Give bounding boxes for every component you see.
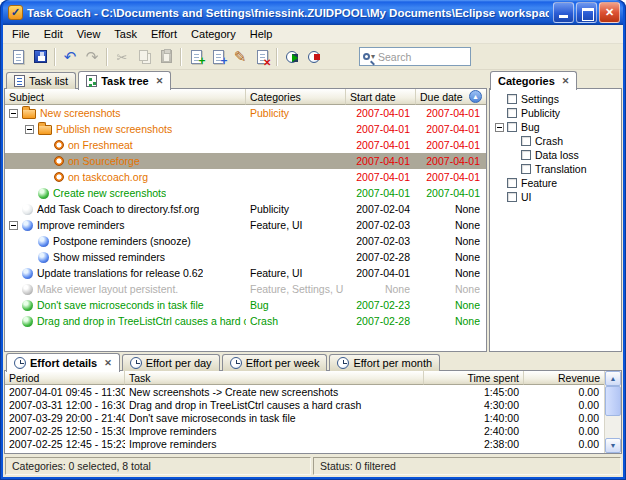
column-header-revenue[interactable]: Revenue: [524, 371, 604, 385]
category-item[interactable]: Settings: [490, 92, 621, 106]
start-effort-button[interactable]: [281, 46, 303, 68]
close-button[interactable]: ✕: [599, 2, 620, 23]
column-header-period[interactable]: Period: [5, 371, 125, 385]
effort-row[interactable]: 2007-03-29 20:00 - 21:40 Don't save micr…: [5, 411, 604, 424]
effort-row[interactable]: 2007-03-31 12:00 - 16:30 Drag and drop i…: [5, 398, 604, 411]
category-item[interactable]: Translation: [490, 162, 621, 176]
table-row[interactable]: New screenshots Publicity 2007-04-01 200…: [5, 105, 486, 121]
new-subtask-button[interactable]: [207, 46, 229, 68]
tab-task-tree[interactable]: Task tree ✕: [78, 71, 171, 90]
clock-icon: [337, 357, 349, 369]
scroll-down-icon[interactable]: ▼: [605, 438, 621, 453]
table-row[interactable]: on Freshmeat 2007-04-01 2007-04-01: [5, 137, 486, 153]
table-row[interactable]: on taskcoach.org 2007-04-01 2007-04-01: [5, 169, 486, 185]
table-row[interactable]: Drag and drop in TreeListCtrl causes a h…: [5, 313, 486, 329]
maximize-button[interactable]: [576, 2, 597, 23]
checkbox[interactable]: [521, 136, 531, 146]
checkbox[interactable]: [507, 178, 517, 188]
table-row[interactable]: Update translations for release 0.62 Fea…: [5, 265, 486, 281]
table-row[interactable]: Don't save microseconds in task file Bug…: [5, 297, 486, 313]
column-header-categories[interactable]: Categories: [246, 89, 346, 105]
task-categories: Feature, UI: [246, 265, 346, 281]
table-row-selected[interactable]: on Sourceforge 2007-04-01 2007-04-01: [5, 153, 486, 169]
column-header-time-spent[interactable]: Time spent: [424, 371, 524, 385]
delete-task-button[interactable]: [251, 46, 273, 68]
tab-close-icon[interactable]: ✕: [562, 76, 570, 86]
undo-button[interactable]: [59, 46, 81, 68]
menu-view[interactable]: View: [70, 26, 108, 42]
clock-icon: [130, 357, 142, 369]
checkbox[interactable]: [507, 122, 517, 132]
category-item[interactable]: Bug: [490, 120, 621, 134]
menu-file[interactable]: File: [5, 26, 37, 42]
table-row[interactable]: Make viewer layout persistent. Feature, …: [5, 281, 486, 297]
category-item[interactable]: Publicity: [490, 106, 621, 120]
edit-task-button[interactable]: [229, 46, 251, 68]
expander-icon[interactable]: [25, 125, 34, 134]
categories-tabs: Categories ✕: [490, 70, 577, 89]
menu-task[interactable]: Task: [107, 26, 144, 42]
categories-pane: Settings Publicity Bug Crash Data loss T…: [489, 88, 622, 352]
titlebar[interactable]: ✓ Task Coach - C:\Documents and Settings…: [3, 0, 623, 25]
save-button[interactable]: [29, 46, 51, 68]
effort-row[interactable]: 2007-02-25 12:50 - 15:30 Improve reminde…: [5, 424, 604, 437]
table-row[interactable]: Show missed reminders 2007-02-28 None: [5, 249, 486, 265]
scroll-up-icon[interactable]: ▲: [605, 371, 621, 386]
tab-close-icon[interactable]: ✕: [104, 358, 112, 368]
search-dropdown-icon[interactable]: ▾: [371, 52, 375, 61]
expander-icon[interactable]: [9, 221, 18, 230]
category-item[interactable]: UI: [490, 190, 621, 204]
tab-effort-per-month[interactable]: Effort per month: [329, 354, 440, 371]
checkbox[interactable]: [521, 150, 531, 160]
table-row[interactable]: Publish new screenshots 2007-04-01 2007-…: [5, 121, 486, 137]
task-due-date: 2007-04-01: [416, 137, 486, 153]
table-row[interactable]: Postpone reminders (snooze) 2007-02-03 N…: [5, 233, 486, 249]
checkbox[interactable]: [507, 108, 517, 118]
tab-categories[interactable]: Categories ✕: [490, 71, 577, 90]
column-header-subject[interactable]: Subject: [5, 89, 246, 105]
checkbox[interactable]: [507, 192, 517, 202]
category-item[interactable]: Crash: [490, 134, 621, 148]
effort-row[interactable]: 2007-04-01 09:45 - 11:30 New screenshots…: [5, 385, 604, 398]
checkbox[interactable]: [521, 164, 531, 174]
effort-time-spent: 1:45:00: [424, 386, 524, 398]
tab-effort-per-week[interactable]: Effort per week: [222, 354, 328, 371]
paste-button[interactable]: [155, 46, 177, 68]
search-box[interactable]: ▾: [359, 47, 471, 66]
menu-edit[interactable]: Edit: [37, 26, 70, 42]
stop-effort-icon: [308, 51, 320, 63]
window-title: Task Coach - C:\Documents and Settings\f…: [27, 7, 549, 19]
checkbox[interactable]: [507, 94, 517, 104]
cut-button[interactable]: [111, 46, 133, 68]
vertical-scrollbar[interactable]: ▲ ▼: [604, 371, 621, 453]
table-row[interactable]: Add Task Coach to directory.fsf.org Publ…: [5, 201, 486, 217]
copy-button[interactable]: [133, 46, 155, 68]
category-item[interactable]: Feature: [490, 176, 621, 190]
tab-close-icon[interactable]: ✕: [156, 76, 164, 86]
effort-row[interactable]: 2007-02-25 12:45 - 15:23 Improve reminde…: [5, 437, 604, 450]
table-row[interactable]: Improve reminders Feature, UI 2007-02-03…: [5, 217, 486, 233]
menu-effort[interactable]: Effort: [144, 26, 184, 42]
category-item[interactable]: Data loss: [490, 148, 621, 162]
new-file-button[interactable]: [7, 46, 29, 68]
column-header-due-date[interactable]: Due date ▲: [416, 89, 486, 105]
tab-label: Effort per month: [353, 357, 432, 369]
minimize-button[interactable]: [553, 2, 574, 23]
new-task-button[interactable]: [185, 46, 207, 68]
search-input[interactable]: [378, 51, 456, 63]
column-header-start-date[interactable]: Start date: [346, 89, 416, 105]
tab-effort-per-day[interactable]: Effort per day: [122, 354, 220, 371]
redo-button[interactable]: [81, 46, 103, 68]
expander-icon[interactable]: [495, 123, 504, 132]
task-categories: Bug: [246, 297, 346, 313]
tab-effort-details[interactable]: Effort details ✕: [6, 353, 120, 372]
menu-category[interactable]: Category: [184, 26, 243, 42]
tab-task-list[interactable]: Task list: [6, 72, 76, 89]
scrollbar-thumb[interactable]: [605, 386, 621, 416]
table-row[interactable]: Create new screenshots 2007-04-01 2007-0…: [5, 185, 486, 201]
menu-help[interactable]: Help: [243, 26, 280, 42]
expander-icon[interactable]: [9, 109, 18, 118]
task-start-date: None: [346, 281, 416, 297]
column-header-task[interactable]: Task: [125, 371, 424, 385]
stop-effort-button[interactable]: [303, 46, 325, 68]
